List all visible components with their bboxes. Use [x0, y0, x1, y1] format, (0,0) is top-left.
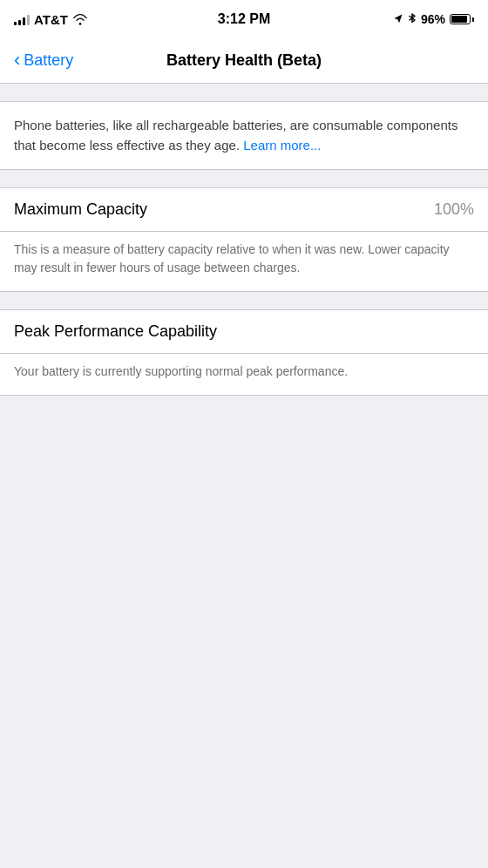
- maximum-capacity-description: This is a measure of battery capacity re…: [0, 232, 488, 291]
- page-title: Battery Health (Beta): [166, 51, 322, 70]
- status-left: AT&T: [14, 12, 88, 27]
- signal-icon: [14, 13, 30, 25]
- peak-performance-section: Peak Performance Capability Your battery…: [0, 309, 488, 396]
- status-right: 96%: [393, 12, 474, 26]
- back-button[interactable]: ‹ Battery: [14, 51, 73, 70]
- status-time: 3:12 PM: [218, 11, 270, 27]
- wifi-icon: [72, 13, 88, 25]
- content: Phone batteries, like all rechargeable b…: [0, 84, 488, 396]
- battery-percent-label: 96%: [421, 12, 445, 26]
- battery-icon: [450, 14, 474, 24]
- learn-more-link[interactable]: Learn more...: [243, 138, 321, 153]
- maximum-capacity-value: 100%: [434, 200, 474, 219]
- back-label: Battery: [24, 51, 73, 70]
- peak-performance-description: Your battery is currently supporting nor…: [0, 354, 488, 395]
- nav-bar: ‹ Battery Battery Health (Beta): [0, 38, 488, 84]
- maximum-capacity-label: Maximum Capacity: [14, 200, 147, 219]
- carrier-label: AT&T: [34, 12, 68, 27]
- info-text: Phone batteries, like all rechargeable b…: [14, 116, 474, 155]
- bluetooth-icon: [408, 13, 417, 25]
- chevron-left-icon: ‹: [14, 51, 20, 70]
- info-section: Phone batteries, like all rechargeable b…: [0, 101, 488, 170]
- status-bar: AT&T 3:12 PM 96%: [0, 0, 488, 38]
- maximum-capacity-section: Maximum Capacity 100% This is a measure …: [0, 187, 488, 292]
- peak-performance-label: Peak Performance Capability: [14, 322, 217, 340]
- peak-performance-row: Peak Performance Capability: [0, 310, 488, 354]
- maximum-capacity-row: Maximum Capacity 100%: [0, 188, 488, 232]
- location-icon: [393, 13, 403, 25]
